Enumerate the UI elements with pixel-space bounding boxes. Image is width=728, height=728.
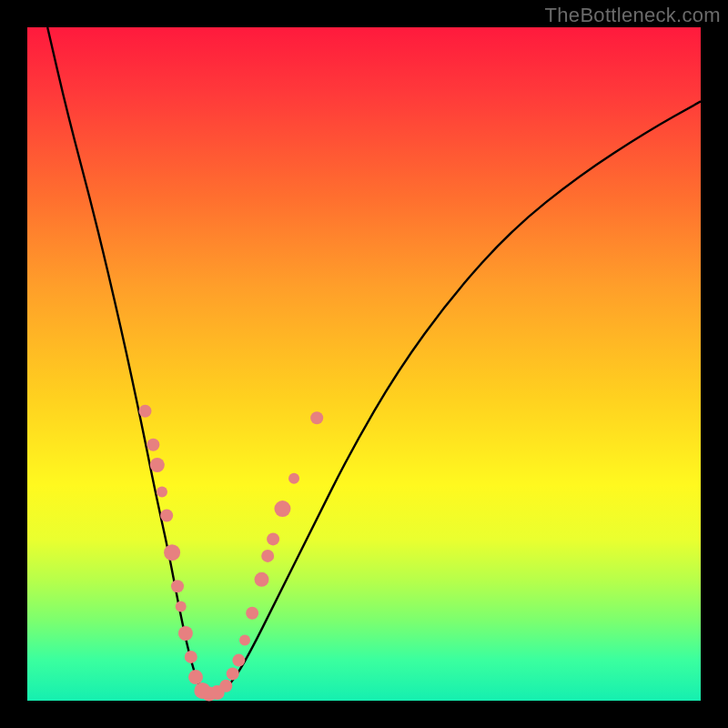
data-marker bbox=[255, 572, 269, 587]
data-marker bbox=[246, 607, 258, 620]
data-marker bbox=[160, 510, 173, 522]
data-marker bbox=[288, 473, 299, 484]
data-marker bbox=[150, 458, 165, 472]
data-marker bbox=[188, 670, 203, 684]
data-marker bbox=[310, 411, 323, 424]
curve-markers bbox=[139, 405, 324, 702]
chart-frame: TheBottleneck.com bbox=[0, 0, 728, 728]
data-marker bbox=[261, 550, 274, 562]
data-marker bbox=[178, 626, 193, 641]
data-marker bbox=[147, 439, 159, 451]
data-marker bbox=[164, 544, 180, 561]
watermark-text: TheBottleneck.com bbox=[545, 4, 721, 27]
data-marker bbox=[171, 580, 184, 592]
data-marker bbox=[274, 500, 290, 517]
curve-line bbox=[47, 27, 701, 695]
chart-overlay bbox=[27, 27, 701, 701]
data-marker bbox=[185, 651, 197, 663]
data-marker bbox=[219, 680, 232, 693]
data-marker bbox=[267, 532, 279, 545]
data-marker bbox=[157, 487, 167, 498]
data-marker bbox=[176, 601, 187, 612]
bottleneck-curve bbox=[47, 27, 701, 695]
data-marker bbox=[239, 634, 250, 645]
data-marker bbox=[232, 654, 245, 667]
data-marker bbox=[139, 405, 152, 418]
data-marker bbox=[227, 667, 239, 680]
